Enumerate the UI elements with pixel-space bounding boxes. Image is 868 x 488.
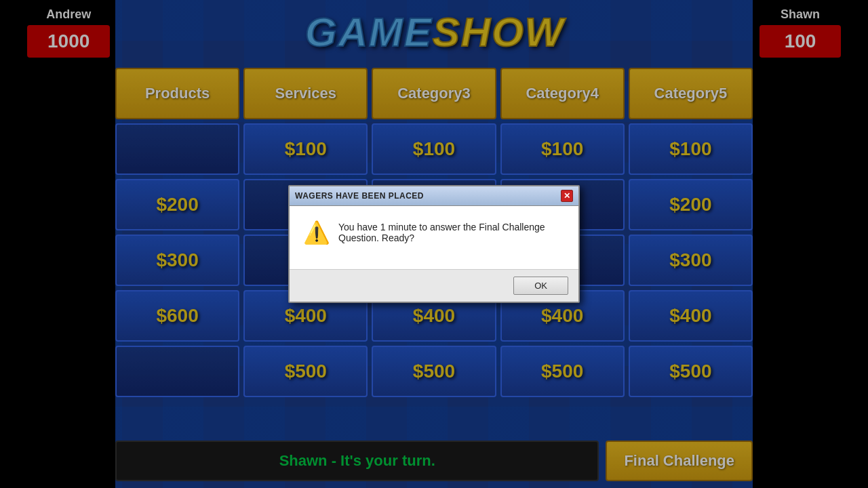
dialog-overlay: WAGERS HAVE BEEN PLACED ✕ ⚠️ You have 1 … — [0, 0, 868, 488]
warning-icon: ⚠️ — [303, 220, 330, 245]
dialog-message-row: ⚠️ You have 1 minute to answer the Final… — [303, 220, 565, 245]
dialog-body: ⚠️ You have 1 minute to answer the Final… — [290, 206, 578, 269]
dialog-footer: OK — [290, 269, 578, 302]
dialog-message: You have 1 minute to answer the Final Ch… — [338, 222, 565, 243]
dialog-title: WAGERS HAVE BEEN PLACED — [295, 191, 424, 201]
dialog-ok-button[interactable]: OK — [513, 277, 568, 295]
dialog-close-button[interactable]: ✕ — [561, 190, 573, 202]
dialog-titlebar: WAGERS HAVE BEEN PLACED ✕ — [290, 186, 578, 206]
dialog: WAGERS HAVE BEEN PLACED ✕ ⚠️ You have 1 … — [288, 185, 580, 303]
